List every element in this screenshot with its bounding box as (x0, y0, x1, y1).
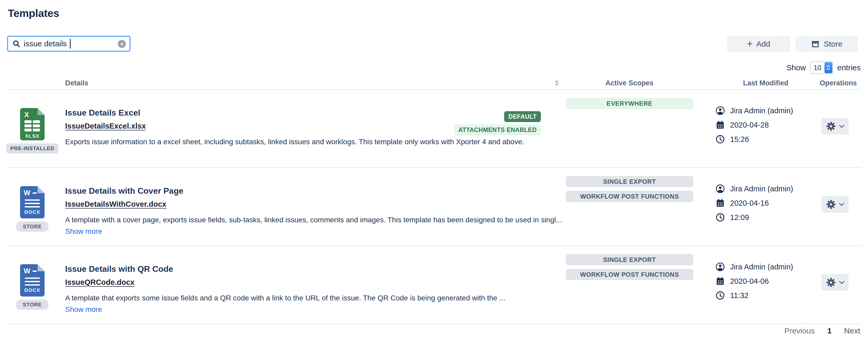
show-more-link[interactable]: Show more (65, 227, 102, 236)
modified-date: 2020-04-28 (715, 120, 816, 130)
entries-label: entries (837, 63, 861, 72)
gear-icon (826, 199, 836, 210)
text-caret (70, 39, 71, 49)
details-cell: W DOCX STORE Issue Details with QR Code (7, 246, 566, 324)
store-button[interactable]: Store (796, 36, 858, 51)
user-icon (715, 184, 725, 193)
active-scopes-cell: EVERYWHERE (566, 90, 693, 167)
active-scopes-cell: SINGLE EXPORT WORKFLOW POST FUNCTIONS (566, 168, 693, 246)
stepper-icon (825, 62, 832, 73)
user-icon (715, 106, 725, 115)
modified-time: 12:09 (715, 213, 816, 222)
spreadsheet-grid-icon (25, 120, 40, 132)
clock-icon (715, 213, 725, 222)
entries-control: Show 10 entries (786, 62, 861, 74)
column-header-last-modified: Last Modified (715, 79, 816, 87)
table-row: X XLSX PRE-INSTALLED Issue Details Excel… (7, 90, 861, 168)
pagination: Previous 1 Next (784, 326, 860, 335)
operations-menu-button[interactable] (822, 196, 849, 213)
current-page-number[interactable]: 1 (827, 326, 832, 335)
add-button-label: Add (756, 40, 770, 48)
page-size-select[interactable]: 10 (810, 62, 833, 74)
template-description: Exports issue information to a excel she… (65, 138, 566, 146)
last-modified-cell: Jira Admin (admin) 2020-04-16 12:09 (715, 168, 816, 246)
template-file-link[interactable]: IssueQRCode.docx (65, 278, 134, 287)
chevron-down-icon (839, 125, 844, 128)
show-label: Show (786, 63, 806, 72)
last-modified-cell: Jira Admin (admin) 2020-04-06 11:32 (715, 246, 816, 324)
operations-menu-button[interactable] (822, 118, 849, 135)
operations-menu-button[interactable] (822, 274, 849, 291)
document-lines-icon (25, 200, 40, 208)
operations-cell (816, 246, 861, 324)
scope-badge: WORKFLOW POST FUNCTIONS (566, 191, 693, 202)
next-page-button[interactable]: Next (844, 326, 860, 335)
modified-by: Jira Admin (admin) (715, 106, 816, 115)
origin-badge: STORE (16, 299, 49, 310)
user-icon (715, 262, 725, 272)
column-header-operations: Operations (816, 79, 861, 87)
templates-table: Details Active Scopes Last Modified Oper… (7, 77, 861, 324)
calendar-icon (715, 198, 725, 208)
scope-badge: WORKFLOW POST FUNCTIONS (566, 269, 693, 280)
plus-icon: + (747, 39, 752, 49)
template-description: A template with a cover page, exports is… (65, 216, 566, 224)
column-header-details: Details (7, 77, 566, 89)
previous-page-button[interactable]: Previous (784, 326, 815, 335)
template-file-link[interactable]: IssueDetailsExcel.xlsx (65, 122, 146, 131)
chevron-down-icon (839, 203, 844, 206)
docx-file-icon: W DOCX (20, 186, 44, 218)
search-input[interactable]: issue details × (7, 36, 130, 51)
add-button[interactable]: + Add (727, 36, 790, 51)
clear-search-button[interactable]: × (118, 40, 126, 48)
default-tag: DEFAULT (504, 111, 541, 122)
details-cell: X XLSX PRE-INSTALLED Issue Details Excel… (7, 90, 566, 167)
last-modified-cell: Jira Admin (admin) 2020-04-28 15:26 (715, 90, 816, 167)
page-size-value: 10 (811, 62, 824, 73)
show-more-link[interactable]: Show more (65, 305, 102, 314)
scope-badge: SINGLE EXPORT (566, 254, 693, 265)
search-icon (12, 40, 21, 48)
table-row: W DOCX STORE Issue Details with Cover Pa… (7, 168, 861, 246)
scope-badge: EVERYWHERE (566, 98, 693, 109)
operations-cell (816, 90, 861, 167)
template-file-link[interactable]: IssueDetailsWithCover.docx (65, 200, 166, 209)
clock-icon (715, 291, 725, 300)
modified-date: 2020-04-06 (715, 277, 816, 286)
document-lines-icon (25, 278, 40, 286)
origin-badge: STORE (16, 221, 49, 232)
origin-badge: PRE-INSTALLED (6, 143, 59, 153)
modified-date: 2020-04-16 (715, 198, 816, 208)
store-button-label: Store (824, 40, 842, 48)
table-header-row: Details Active Scopes Last Modified Oper… (7, 77, 861, 90)
active-scopes-cell: SINGLE EXPORT WORKFLOW POST FUNCTIONS (566, 246, 693, 324)
scope-badge: SINGLE EXPORT (566, 176, 693, 187)
modified-by: Jira Admin (admin) (715, 184, 816, 193)
template-tags: DEFAULT ATTACHMENTS ENABLED (454, 111, 541, 135)
calendar-icon (715, 277, 725, 286)
gear-icon (826, 121, 836, 132)
template-description: A template that exports some issue field… (65, 294, 566, 302)
column-header-active-scopes: Active Scopes (566, 79, 693, 87)
docx-file-icon: W DOCX (20, 264, 44, 296)
template-title: Issue Details with QR Code (65, 264, 566, 274)
modified-time: 15:26 (715, 135, 816, 144)
sort-icon[interactable] (555, 80, 559, 86)
clock-icon (715, 135, 725, 144)
operations-cell (816, 168, 861, 246)
modified-time: 11:32 (715, 291, 816, 300)
attachments-enabled-tag: ATTACHMENTS ENABLED (454, 125, 541, 135)
chevron-down-icon (839, 281, 844, 285)
store-icon (811, 39, 820, 49)
xlsx-file-icon: X XLSX (20, 108, 44, 140)
gear-icon (826, 277, 836, 288)
calendar-icon (715, 120, 725, 130)
modified-by: Jira Admin (admin) (715, 262, 816, 272)
details-cell: W DOCX STORE Issue Details with Cover Pa… (7, 168, 566, 246)
search-value: issue details (24, 39, 67, 48)
templates-page: Templates issue details × + Add Store Sh… (0, 0, 868, 353)
page-title: Templates (8, 7, 59, 20)
table-row: W DOCX STORE Issue Details with QR Code (7, 246, 861, 324)
template-title: Issue Details with Cover Page (65, 186, 566, 196)
